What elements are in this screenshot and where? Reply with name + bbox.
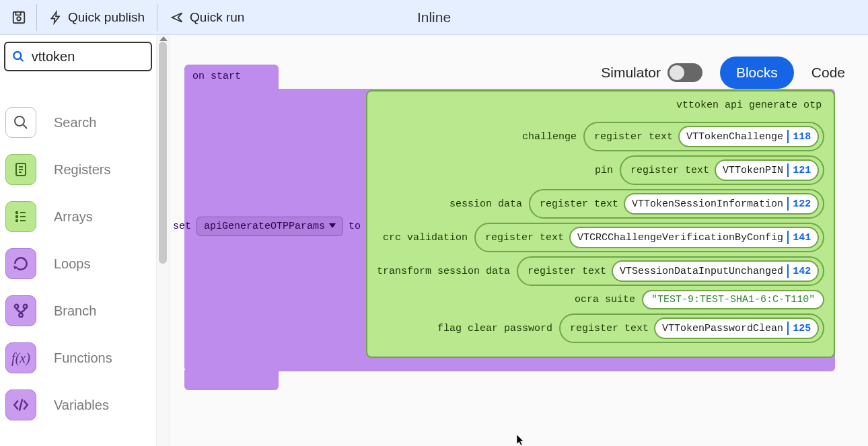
save-button[interactable] — [4, 3, 34, 32]
toolbar: Quick publish Quick run Inline — [0, 0, 868, 35]
scroll-thumb[interactable] — [159, 42, 167, 264]
document-icon — [5, 154, 36, 185]
svg-point-2 — [13, 52, 21, 59]
quick-publish-button[interactable]: Quick publish — [40, 3, 154, 32]
register-reference[interactable]: VTTokenSessionInformation122 — [624, 193, 819, 215]
sidebar-scrollbar[interactable] — [156, 35, 170, 446]
register-reference[interactable]: VTSessionDataInputUnchanged142 — [612, 260, 819, 282]
list-icon — [5, 201, 36, 232]
sidebar: Search Registers Arrays Loops Branch — [0, 35, 156, 446]
register-text-label: register text — [630, 165, 709, 176]
param-row: pinregister textVTTokenPIN121 — [377, 155, 824, 185]
param-label: pin — [595, 165, 613, 176]
register-pill[interactable]: register textVTTokenChallenge118 — [583, 122, 824, 151]
quick-run-button[interactable]: Quick run — [160, 3, 254, 32]
svg-point-8 — [15, 305, 18, 308]
hat-block[interactable]: on start — [184, 65, 279, 89]
save-icon — [11, 10, 26, 25]
register-number: 142 — [793, 266, 811, 277]
sidebar-item-registers[interactable]: Registers — [4, 149, 152, 190]
svg-point-7 — [16, 220, 17, 221]
register-reference[interactable]: VTCRCChallengeVerificationByConfig141 — [569, 227, 819, 248]
param-label: crc validation — [383, 232, 468, 244]
register-text-label: register text — [594, 131, 673, 143]
search-input[interactable] — [32, 49, 144, 65]
register-pill[interactable]: register textVTCRCChallengeVerificationB… — [474, 223, 824, 252]
param-row-flag: flag clear password register text VTToke… — [377, 313, 824, 343]
register-text-label: register text — [528, 266, 606, 277]
register-pill[interactable]: register textVTTokenPIN121 — [620, 155, 824, 185]
toggle-knob — [670, 65, 684, 80]
canvas[interactable]: Simulator Blocks Code on start set apiGe… — [170, 35, 868, 446]
register-pill[interactable]: register text VTTokenPasswordClean 125 — [559, 313, 824, 343]
param-label: challenge — [522, 131, 577, 143]
tab-code[interactable]: Code — [811, 65, 845, 81]
register-separator — [787, 322, 789, 335]
scroll-up-icon — [159, 36, 168, 41]
svg-point-3 — [15, 116, 24, 126]
toolbar-separator — [36, 4, 37, 31]
cursor-icon — [516, 434, 526, 446]
lightning-icon — [49, 10, 63, 25]
param-row: crc validationregister textVTCRCChalleng… — [377, 223, 824, 252]
code-icon — [5, 389, 36, 420]
quick-run-label: Quick run — [190, 10, 244, 25]
green-block-title: vttoken api generate otp — [377, 98, 824, 118]
sidebar-item-arrays[interactable]: Arrays — [4, 196, 152, 237]
sidebar-item-functions[interactable]: f(x) Functions — [4, 338, 152, 378]
variable-name: apiGenerateOTPParams — [204, 221, 325, 232]
register-text-label: register text — [570, 323, 649, 334]
set-keyword: set — [173, 221, 191, 232]
sidebar-item-search[interactable]: Search — [4, 102, 152, 143]
loop-icon — [5, 248, 36, 279]
string-literal[interactable]: "TEST-9:TEST-SHA1-6:C-T110" — [642, 290, 824, 309]
param-label: session data — [449, 198, 522, 210]
svg-point-5 — [16, 212, 17, 213]
register-name: VTSessionDataInputUnchanged — [620, 266, 783, 277]
page-title: Inline — [417, 9, 451, 26]
register-separator — [787, 264, 789, 278]
param-row-ocra: ocra suite "TEST-9:TEST-SHA1-6:C-T110" — [377, 290, 824, 309]
register-name: VTTokenPIN — [723, 165, 783, 176]
register-reference[interactable]: VTTokenPIN121 — [715, 159, 819, 181]
register-number: 122 — [793, 198, 811, 210]
param-row: session dataregister textVTTokenSessionI… — [377, 189, 824, 219]
variable-dropdown[interactable]: apiGenerateOTPParams — [196, 217, 343, 236]
register-separator — [787, 163, 789, 177]
c-block-body: set apiGenerateOTPParams to vttoken api … — [184, 89, 835, 371]
quick-publish-label: Quick publish — [68, 10, 145, 25]
param-label: transform session data — [377, 266, 510, 277]
simulator-label: Simulator — [601, 65, 661, 81]
register-reference[interactable]: VTTokenChallenge118 — [678, 126, 819, 147]
param-row: challengeregister textVTTokenChallenge11… — [377, 122, 824, 151]
search-category-icon — [5, 107, 36, 138]
register-text-label: register text — [485, 232, 564, 244]
sidebar-item-variables[interactable]: Variables — [4, 385, 152, 425]
register-name: VTTokenSessionInformation — [632, 198, 783, 210]
svg-point-10 — [19, 313, 22, 317]
register-name: VTTokenChallenge — [686, 131, 783, 143]
simulator-toggle[interactable] — [667, 63, 702, 82]
function-icon: f(x) — [5, 342, 36, 373]
tab-blocks[interactable]: Blocks — [720, 57, 794, 89]
to-keyword: to — [349, 221, 361, 232]
sidebar-item-loops[interactable]: Loops — [4, 244, 152, 284]
svg-point-6 — [16, 216, 17, 217]
sidebar-item-branch[interactable]: Branch — [4, 291, 152, 331]
branch-icon — [5, 295, 36, 326]
green-block-generate-otp[interactable]: vttoken api generate otp challengeregist… — [366, 90, 835, 358]
chevron-down-icon — [329, 223, 336, 229]
sidebar-item-label: Functions — [54, 350, 112, 366]
register-pill[interactable]: register textVTSessionDataInputUnchanged… — [517, 256, 824, 286]
param-label: flag clear password — [437, 323, 552, 334]
sidebar-item-label: Loops — [54, 256, 91, 272]
search-box[interactable] — [4, 42, 152, 71]
register-reference[interactable]: VTTokenPasswordClean 125 — [654, 318, 819, 339]
register-number: 121 — [793, 165, 811, 176]
register-pill[interactable]: register textVTTokenSessionInformation12… — [529, 189, 824, 219]
sidebar-item-label: Search — [54, 115, 96, 131]
register-number: 141 — [793, 232, 811, 244]
register-separator — [787, 130, 789, 143]
register-name: VTTokenPasswordClean — [662, 323, 783, 334]
block-on-start[interactable]: on start set apiGenerateOTPParams to vtt… — [184, 65, 835, 390]
